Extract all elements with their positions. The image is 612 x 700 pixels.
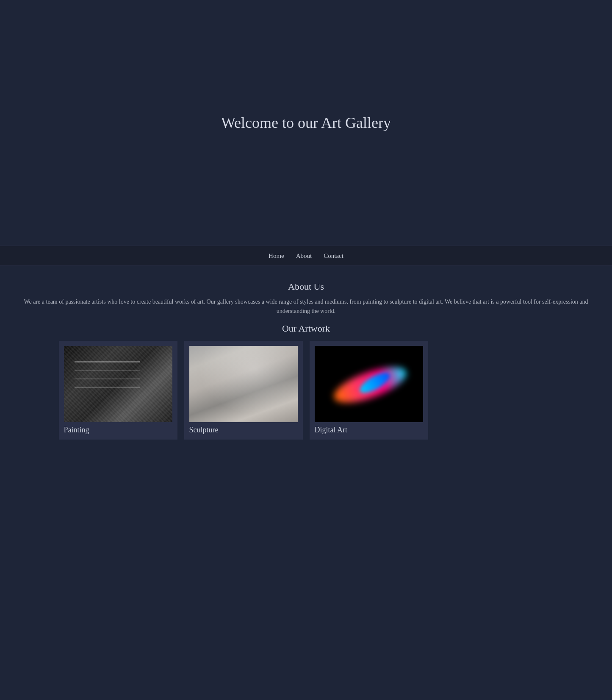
artwork-card-painting[interactable]: Painting — [59, 341, 177, 440]
painting-label: Painting — [64, 426, 172, 434]
sculpture-image — [189, 346, 298, 422]
about-title: About Us — [8, 281, 604, 292]
artwork-card-digital[interactable]: Digital Art — [310, 341, 428, 440]
artwork-grid: Painting Sculpture Digital Art — [8, 341, 604, 440]
digital-label: Digital Art — [315, 426, 423, 434]
artwork-section: Our Artwork Painting Sculpture Digital A… — [8, 323, 604, 440]
hero-section: Welcome to our Art Gallery — [0, 0, 612, 246]
about-section: About Us We are a team of passionate art… — [8, 281, 604, 316]
sculpture-label: Sculpture — [189, 426, 298, 434]
about-text: We are a team of passionate artists who … — [8, 297, 604, 316]
painting-image — [64, 346, 172, 422]
artwork-title: Our Artwork — [8, 323, 604, 334]
nav-home[interactable]: Home — [269, 252, 284, 259]
artwork-card-sculpture[interactable]: Sculpture — [184, 341, 303, 440]
hero-title: Welcome to our Art Gallery — [221, 114, 391, 132]
nav-about[interactable]: About — [296, 252, 312, 259]
main-content: About Us We are a team of passionate art… — [0, 266, 612, 448]
navbar: Home About Contact — [0, 246, 612, 266]
nav-contact[interactable]: Contact — [324, 252, 343, 259]
digital-image — [315, 346, 423, 422]
